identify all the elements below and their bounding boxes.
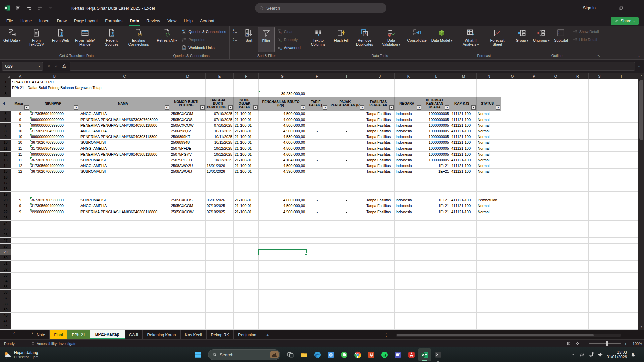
ribbon-button-flash-fill[interactable]: Flash Fill	[332, 27, 351, 52]
cell-P36[interactable]	[523, 290, 545, 295]
cell-P40[interactable]	[523, 312, 545, 318]
cell-P5[interactable]	[523, 111, 545, 117]
cell-Q26[interactable]	[545, 232, 567, 238]
cell-A38[interactable]	[11, 301, 30, 307]
cell-E36[interactable]	[206, 290, 234, 295]
cell-T39[interactable]	[610, 307, 632, 312]
cell-D2[interactable]	[170, 85, 206, 91]
table-header-nama[interactable]: NAMA▼	[79, 97, 170, 111]
cell-G2[interactable]	[259, 85, 306, 91]
cell-B32[interactable]	[30, 266, 79, 272]
col-header-B[interactable]: B	[30, 73, 79, 79]
cell-B37[interactable]	[30, 295, 79, 301]
cell-G25[interactable]	[259, 226, 306, 232]
cell-P42[interactable]	[523, 324, 545, 330]
cell-A36[interactable]	[11, 290, 30, 295]
cell-N40[interactable]	[477, 312, 501, 318]
cell-J27[interactable]	[365, 238, 395, 243]
cell-F33[interactable]	[234, 272, 259, 278]
cell-J26[interactable]	[365, 232, 395, 238]
cell-Q24[interactable]	[545, 220, 567, 226]
menu-tab-draw[interactable]: Draw	[53, 16, 70, 26]
cell-M29[interactable]	[450, 249, 477, 255]
cell-F29[interactable]	[234, 249, 259, 255]
row-header-5[interactable]: 5	[0, 111, 11, 117]
cell-T1[interactable]	[610, 79, 632, 85]
cell-Q30[interactable]	[545, 255, 567, 261]
cell-I3[interactable]	[328, 91, 365, 97]
row-header-10[interactable]: 10	[0, 140, 11, 145]
cell-H7[interactable]: -	[306, 122, 328, 128]
row-header-1[interactable]: 1	[0, 79, 11, 85]
row-header-27[interactable]: 27	[0, 238, 11, 243]
col-header-C[interactable]: C	[79, 73, 170, 79]
cell-C37[interactable]	[79, 295, 170, 301]
cell-D8[interactable]: 2506898QV	[170, 128, 206, 134]
cell-J35[interactable]	[365, 284, 395, 289]
cell-J37[interactable]	[365, 295, 395, 301]
row-header-38[interactable]: 38	[0, 301, 11, 307]
cell-L7[interactable]: 1000000005	[422, 122, 450, 128]
cell-J21[interactable]: Tanpa Fasilitas	[365, 203, 395, 209]
cell-O31[interactable]	[501, 261, 523, 266]
cell-N10[interactable]: Normal	[477, 140, 501, 145]
cell-S30[interactable]	[589, 255, 610, 261]
cell-Q25[interactable]	[545, 226, 567, 232]
col-header-R[interactable]: R	[567, 73, 589, 79]
cell-I25[interactable]	[328, 226, 365, 232]
cell-B31[interactable]	[30, 261, 79, 266]
cell-F27[interactable]	[234, 238, 259, 243]
col-header-O[interactable]: O	[501, 73, 523, 79]
cell-F12[interactable]: 21-100-01	[234, 151, 259, 157]
cell-T21[interactable]	[610, 203, 632, 209]
cell-F25[interactable]	[234, 226, 259, 232]
cell-Q7[interactable]	[545, 122, 567, 128]
cell-B10[interactable]: 3673020706930000	[30, 140, 79, 145]
cell-O33[interactable]	[501, 272, 523, 278]
cell-J36[interactable]	[365, 290, 395, 295]
cell-I2[interactable]	[328, 85, 365, 91]
cell-M9[interactable]: 411121-100	[450, 134, 477, 140]
cell-M18[interactable]	[450, 186, 477, 191]
name-box[interactable]: G29▾	[2, 62, 43, 71]
cell-K42[interactable]	[395, 324, 422, 330]
cell-T9[interactable]	[610, 134, 632, 140]
cell-G28[interactable]	[259, 243, 306, 249]
cell-O38[interactable]	[501, 301, 523, 307]
ribbon-button-sort-za[interactable]: ZA	[231, 36, 240, 43]
cell-B7[interactable]: 9990000000999000	[30, 122, 79, 128]
cell-H9[interactable]: -	[306, 134, 328, 140]
cell-P11[interactable]	[523, 145, 545, 151]
cell-T2[interactable]	[610, 85, 632, 91]
cell-T8[interactable]	[610, 128, 632, 134]
cell-O13[interactable]	[501, 157, 523, 163]
cell-E41[interactable]	[206, 318, 234, 324]
cell-C36[interactable]	[79, 290, 170, 295]
cell-S28[interactable]	[589, 243, 610, 249]
cell-J23[interactable]	[365, 215, 395, 220]
cell-S26[interactable]	[589, 232, 610, 238]
cell-M6[interactable]: 411121-100	[450, 117, 477, 122]
cell-F35[interactable]	[234, 284, 259, 289]
cell-K2[interactable]	[395, 85, 422, 91]
cell-G14[interactable]: 4.500.000,00	[259, 163, 306, 169]
cell-P28[interactable]	[523, 243, 545, 249]
cell-I40[interactable]	[328, 312, 365, 318]
cell-A34[interactable]	[11, 278, 30, 284]
customize-quick-access-icon[interactable]	[48, 6, 53, 10]
cell-L33[interactable]	[422, 272, 450, 278]
cell-B6[interactable]: 9990000000999000	[30, 117, 79, 122]
cell-L13[interactable]: 1000000005	[422, 157, 450, 163]
cell-P3[interactable]	[523, 91, 545, 97]
cell-M41[interactable]	[450, 318, 477, 324]
cell-S11[interactable]	[589, 145, 610, 151]
cell-L17[interactable]	[422, 180, 450, 186]
cell-J11[interactable]: Tanpa Fasilitas	[365, 145, 395, 151]
cell-F11[interactable]: 21-100-01	[234, 145, 259, 151]
cell-M14[interactable]: 411121-100	[450, 163, 477, 169]
cell-G16[interactable]	[259, 174, 306, 180]
cell-R7[interactable]	[567, 122, 589, 128]
selected-cell-outline[interactable]	[258, 249, 307, 255]
cell-D37[interactable]	[170, 295, 206, 301]
cell-J18[interactable]	[365, 186, 395, 191]
